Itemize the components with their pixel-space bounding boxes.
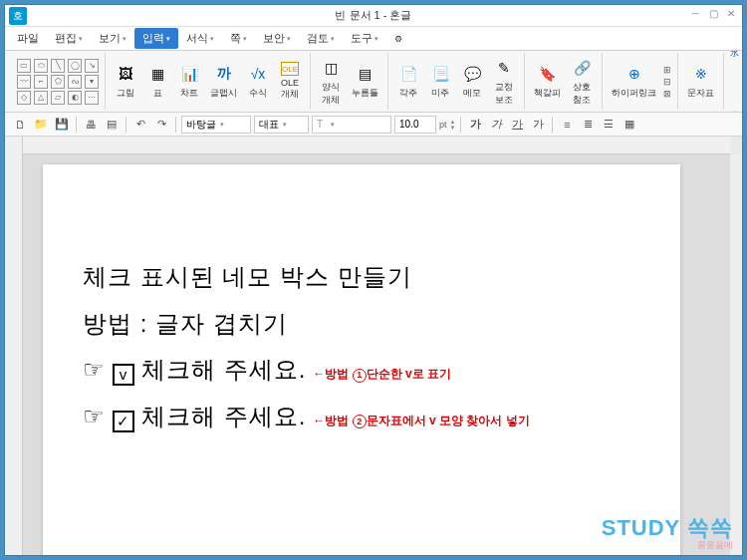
redo-button[interactable]: ↷ [152,116,170,134]
shape-b5-icon[interactable]: ⋯ [85,91,99,105]
hint-1: ←방법 1단순한 v로 표기 [313,367,451,381]
style-combo[interactable]: 바탕글▾ [181,116,251,134]
align-justify-button[interactable]: ▦ [621,116,638,134]
ribbon-ole-button[interactable]: OLEOLE 개체 [276,60,304,103]
bold-button[interactable]: 가 [466,116,484,134]
align-right-button[interactable]: ☰ [600,116,618,134]
strike-button[interactable]: 가 [529,116,547,134]
doc-line-3: ☞ v 체크해 주세요. ←방법 1단순한 v로 표기 [83,347,640,394]
menu-customize[interactable]: ⚙ [386,31,410,47]
hanja-input-button[interactable]: 漢한자 입력▾ [730,90,742,113]
ribbon-hyperlink-button[interactable]: ⊕하이퍼링크 [609,61,659,102]
size-combo[interactable]: 10.0 [394,116,436,134]
menu-file[interactable]: 파일 [9,28,47,49]
menu-tools[interactable]: 도구▾ [343,28,386,49]
ribbon-nuremteul-button[interactable]: ▤누름틀 [349,61,381,102]
ribbon: ▭ ⬭ ╲ ◯ ↘ 〰 ⌐ ⬠ ᔓ ▾ ◇ △ ▱ ◐ ⋯ 🖼그림 [5,51,742,113]
form-icon: ◫ [320,57,342,79]
vertical-ruler[interactable] [5,137,23,555]
ribbon-shapes-group: ▭ ⬭ ╲ ◯ ↘ 〰 ⌐ ⬠ ᔓ ▾ ◇ △ ▱ ◐ ⋯ [11,53,106,110]
new-doc-button[interactable]: 🗋 [11,116,29,134]
correction-icon: ✎ [493,57,515,79]
save-button[interactable]: 💾 [53,116,71,134]
document-area: 체크 표시된 네모 박스 만들기 방법 : 글자 겹치기 ☞ v 체크해 주세요… [5,137,742,555]
formula-icon: √x [247,63,269,85]
ribbon-miju-button[interactable]: 📃미주 [426,61,454,102]
doc-line-2: 방법 : 글자 겹치기 [83,301,640,348]
align-center-button[interactable]: ≣ [579,116,597,134]
open-button[interactable]: 📁 [32,116,50,134]
crossref-icon: 🔗 [571,57,593,79]
ribbon-memo-button[interactable]: 💬메모 [458,61,486,102]
ribbon-munjapy-button[interactable]: ※문자표 [684,61,717,102]
shape-free-icon[interactable]: ᔓ [68,75,82,89]
ribbon-cross-button[interactable]: 🔗상호 참조 [568,55,596,109]
rep-combo[interactable]: 대표▾ [254,116,309,134]
menu-input[interactable]: 입력▾ [134,28,178,49]
ribbon-bookmark-button[interactable]: 🔖책갈피 [531,61,564,102]
vertical-scrollbar[interactable] [730,154,742,555]
menu-edit[interactable]: 편집▾ [47,28,91,49]
ribbon-chart-button[interactable]: 📊차트 [175,61,203,102]
doc-line-1: 체크 표시된 네모 박스 만들기 [83,254,640,301]
underline-button[interactable]: 가 [508,116,526,134]
align-left-button[interactable]: ≡ [558,116,576,134]
maximize-button[interactable]: ▢ [706,8,720,22]
menu-page[interactable]: 쪽▾ [222,28,255,49]
close-button[interactable]: ✕ [724,8,738,22]
minimize-button[interactable]: ─ [688,8,702,22]
wordart-icon: 까 [213,63,235,85]
shape-arrow-icon[interactable]: ↘ [85,59,99,73]
horizontal-ruler[interactable] [23,137,730,154]
shape-b4-icon[interactable]: ◐ [68,91,82,105]
document-viewport[interactable]: 체크 표시된 네모 박스 만들기 방법 : 글자 겹치기 ☞ v 체크해 주세요… [23,154,730,555]
shape-conn-icon[interactable]: ⌐ [34,75,48,89]
input-helper-button[interactable]: 水입력 도우미▾ [730,51,742,86]
footnote-icon: 📄 [397,63,419,85]
ribbon-formula-button[interactable]: √x수식 [244,61,272,102]
undo-button[interactable]: ↶ [131,116,149,134]
titlebar: 호 빈 문서 1 - 혼글 ─ ▢ ✕ [5,5,742,27]
memo-icon: 💬 [461,63,483,85]
menu-format[interactable]: 서식▾ [178,28,222,49]
pt-label: pt [439,120,447,130]
ribbon-link-group: ⊕하이퍼링크 ⊞ ⊟ ⊠ [603,53,678,110]
ribbon-input-helper-group: 水입력 도우미▾ 漢한자 입력▾ [724,53,742,110]
shape-b1-icon[interactable]: ◇ [17,91,31,105]
shape-more-icon[interactable]: ▾ [85,75,99,89]
chart-icon: 📊 [178,63,200,85]
checkbox-v: v [113,364,134,386]
preview-button[interactable]: ▤ [103,116,121,134]
menu-review[interactable]: 검토▾ [299,28,343,49]
shape-poly-icon[interactable]: ⬠ [51,75,65,89]
shape-b3-icon[interactable]: ▱ [51,91,65,105]
window-buttons: ─ ▢ ✕ [688,8,738,22]
watermark: STUDY 쏙쏙 몽몽음메 [602,513,733,552]
endnote-icon: 📃 [429,63,451,85]
bookmark-icon: 🔖 [537,63,559,85]
ole-icon: OLE [281,62,299,76]
size-down-button[interactable]: ▼ [450,125,456,131]
shape-oval-icon[interactable]: ◯ [68,59,82,73]
shape-rrect-icon[interactable]: ⬭ [34,59,48,73]
italic-button[interactable]: 가 [487,116,505,134]
ribbon-ref-group: 🔖책갈피 🔗상호 참조 [525,53,603,110]
ribbon-table-button[interactable]: ▦표 [143,61,171,102]
menubar: 파일 편집▾ 보기▾ 입력▾ 서식▾ 쪽▾ 보안▾ 검토▾ 도구▾ ⚙ [5,27,742,51]
ribbon-picture-button[interactable]: 🖼그림 [112,61,139,102]
shape-rect-icon[interactable]: ▭ [17,59,31,73]
app-window: 호 빈 문서 1 - 혼글 ─ ▢ ✕ 파일 편집▾ 보기▾ 입력▾ 서식▾ 쪽… [4,4,743,556]
ribbon-style-button[interactable]: ◫양식 개체 [317,55,345,109]
shape-line-icon[interactable]: ╲ [51,59,65,73]
ribbon-gakju-button[interactable]: 📄각주 [394,61,422,102]
ribbon-wordart-button[interactable]: 까글맵시 [207,61,240,102]
shape-curve-icon[interactable]: 〰 [17,75,31,89]
print-button[interactable]: 🖶 [82,116,100,134]
menu-security[interactable]: 보안▾ [255,28,299,49]
format-toolbar: 🗋 📁 💾 🖶 ▤ ↶ ↷ 바탕글▾ 대표▾ T▾ 10.0 pt ▲▼ 가 가… [5,113,742,137]
ribbon-correction-button[interactable]: ✎교정 보조 [490,55,518,109]
shape-b2-icon[interactable]: △ [34,91,48,105]
page[interactable]: 체크 표시된 네모 박스 만들기 방법 : 글자 겹치기 ☞ v 체크해 주세요… [43,164,680,555]
menu-view[interactable]: 보기▾ [91,28,134,49]
font-combo[interactable]: T▾ [312,116,391,134]
